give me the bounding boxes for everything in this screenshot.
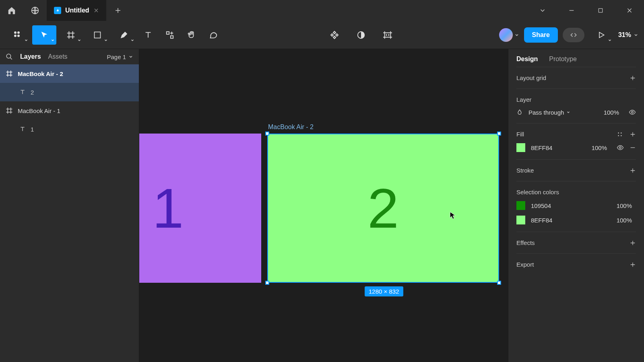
text-icon [19, 126, 26, 132]
prototype-tab[interactable]: Prototype [549, 56, 576, 63]
svg-point-13 [621, 132, 622, 134]
selection-color-swatch[interactable] [516, 216, 525, 224]
resources-tool[interactable] [160, 25, 180, 45]
layer-row-frame[interactable]: MacBook Air - 1 [0, 101, 139, 120]
right-panel: Design Prototype Layout grid Layer Pass … [508, 49, 644, 362]
design-tab[interactable]: Design [516, 56, 538, 63]
plus-icon [630, 131, 636, 138]
pen-tool[interactable] [112, 25, 136, 45]
move-tool[interactable] [32, 25, 56, 45]
window-close-button[interactable] [615, 0, 644, 21]
shape-tool[interactable] [85, 25, 109, 45]
community-button[interactable] [23, 0, 47, 21]
fill-opacity-input[interactable]: 100% [592, 144, 607, 151]
plus-icon [630, 75, 636, 81]
search-icon [6, 53, 13, 60]
fill-hex-input[interactable]: 8EFF84 [531, 144, 552, 151]
svg-point-12 [618, 132, 619, 134]
mouse-cursor [449, 211, 456, 220]
frame2-label[interactable]: MacBook Air - 2 [268, 123, 314, 131]
left-panel-header: Layers Assets Page 1 [0, 49, 139, 64]
chevron-down-icon [539, 7, 546, 14]
frame-macbook-air-2[interactable]: 2 [267, 134, 499, 283]
fill-styles-button[interactable] [617, 131, 623, 138]
layer-opacity-input[interactable]: 100% [604, 109, 619, 116]
window-maximize-button[interactable] [586, 0, 615, 21]
page-selector[interactable]: Page 1 [107, 53, 133, 60]
selection-handle[interactable] [497, 132, 501, 136]
add-export-button[interactable] [630, 261, 636, 268]
cursor-icon [40, 31, 49, 39]
canvas[interactable]: 1 MacBook Air - 2 2 1280 × 832 [139, 49, 508, 362]
selection-color-swatch[interactable] [516, 201, 525, 210]
assets-tab[interactable]: Assets [48, 53, 68, 60]
plus-icon [630, 167, 636, 174]
hand-tool[interactable] [182, 25, 201, 45]
add-fill-button[interactable] [630, 131, 636, 138]
svg-point-5 [17, 35, 20, 37]
blend-mode-select[interactable]: Pass through [528, 109, 570, 116]
dark-mode-button[interactable] [351, 25, 371, 45]
layer-row-text[interactable]: 1 [0, 120, 139, 138]
selection-color-opacity[interactable]: 100% [617, 202, 632, 209]
chevron-down-icon [128, 54, 133, 59]
selection-colors-section: Selection colors 109504 100% 8EFF84 100% [516, 181, 636, 232]
main-menu-button[interactable] [6, 25, 30, 45]
layers-tab[interactable]: Layers [20, 53, 41, 60]
contrast-icon [357, 31, 365, 39]
frame-tool[interactable] [59, 25, 83, 45]
window-collapse-button[interactable] [528, 0, 557, 21]
eye-icon [617, 144, 624, 151]
new-tab-button[interactable] [106, 0, 130, 21]
chevron-down-icon [130, 38, 134, 42]
fill-visibility-toggle[interactable] [617, 144, 624, 151]
layout-grid-section: Layout grid [516, 67, 636, 88]
text-icon [19, 89, 26, 95]
svg-rect-1 [599, 8, 602, 12]
layer-row-frame[interactable]: MacBook Air - 2 [0, 64, 139, 83]
add-layout-grid-button[interactable] [630, 75, 636, 81]
selection-color-hex[interactable]: 109504 [531, 202, 551, 209]
user-avatar[interactable] [499, 28, 513, 42]
add-stroke-button[interactable] [630, 167, 636, 174]
share-button[interactable]: Share [524, 27, 558, 43]
selection-color-hex[interactable]: 8EFF84 [531, 217, 552, 224]
home-button[interactable] [0, 0, 23, 21]
layer-row-text[interactable]: 2 [0, 83, 139, 101]
frame-macbook-air-1[interactable]: 1 [139, 134, 261, 283]
toolbar-center [325, 25, 397, 45]
file-tab[interactable]: Untitled [47, 0, 106, 21]
window-minimize-button[interactable] [557, 0, 586, 21]
add-effect-button[interactable] [630, 240, 636, 246]
text-tool[interactable] [138, 25, 158, 45]
layer-visibility-toggle[interactable] [629, 109, 636, 116]
layer-title: Layer [516, 96, 532, 103]
fill-section: Fill 8EFF84 100% [516, 123, 636, 159]
selection-handle[interactable] [497, 281, 501, 285]
frame2-text: 2 [367, 176, 399, 241]
selection-color-opacity[interactable]: 100% [617, 217, 632, 224]
figma-file-icon [54, 7, 61, 14]
dev-mode-toggle[interactable] [563, 28, 584, 42]
components-button[interactable] [325, 25, 344, 45]
layer-name: MacBook Air - 1 [18, 107, 60, 114]
remove-fill-button[interactable] [630, 144, 636, 151]
search-button[interactable] [6, 53, 13, 60]
selection-handle[interactable] [265, 132, 269, 136]
svg-point-10 [6, 54, 11, 58]
rectangle-icon [93, 31, 101, 39]
close-tab-button[interactable] [93, 8, 99, 13]
layout-grid-title: Layout grid [516, 74, 546, 81]
code-icon [568, 31, 579, 39]
present-button[interactable] [589, 25, 613, 45]
zoom-control[interactable]: 31% [618, 31, 638, 39]
fill-color-swatch[interactable] [516, 143, 525, 152]
play-icon [597, 31, 605, 39]
window-controls [528, 0, 644, 21]
comment-tool[interactable] [204, 25, 223, 45]
effects-title: Effects [516, 239, 535, 246]
selection-handle[interactable] [265, 281, 269, 285]
dev-handoff-button[interactable] [378, 25, 397, 45]
cursor-icon [449, 211, 456, 220]
svg-point-14 [618, 135, 619, 136]
